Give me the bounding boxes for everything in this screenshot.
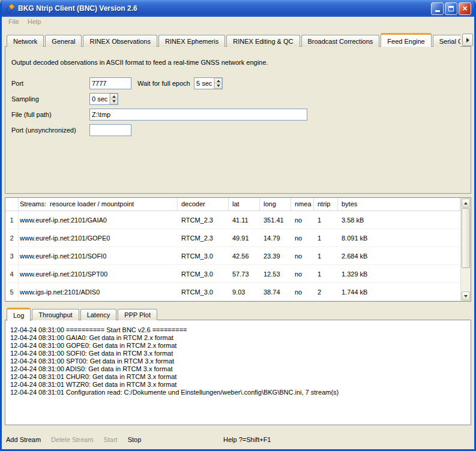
titlebar[interactable]: BKG Ntrip Client (BNC) Version 2.6 ✕ bbox=[0, 0, 476, 17]
stream-nmea-cell: no bbox=[291, 247, 314, 264]
stream-decoder-cell: RTCM_2.3 bbox=[178, 229, 229, 246]
up-arrow-icon bbox=[112, 95, 116, 98]
column-header-bytes[interactable]: bytes bbox=[338, 198, 460, 211]
bottom-tab[interactable]: Latency bbox=[80, 309, 117, 320]
log-line: 12-04-24 08:31:00 GOPE0: Get data in RTC… bbox=[10, 342, 467, 350]
toolbar-button: Delete Stream bbox=[51, 434, 93, 445]
file-path-label: File (full path) bbox=[11, 109, 52, 121]
stream-row[interactable]: 5 www.igs-ip.net:2101/ADIS0 RTCM_3.0 9.0… bbox=[5, 283, 460, 301]
stream-decoder-cell: RTCM_2.3 bbox=[178, 211, 229, 228]
stream-long-cell: 23.39 bbox=[260, 247, 291, 264]
stream-decoder-cell: RTCM_3.0 bbox=[178, 265, 229, 282]
wait-epoch-up-button[interactable] bbox=[214, 78, 222, 84]
stream-ntrip-cell: 1 bbox=[314, 265, 338, 282]
stream-nmea-cell: no bbox=[291, 283, 314, 300]
feed-engine-panel: Output decoded observations in ASCII for… bbox=[5, 46, 471, 194]
stream-bytes-cell: 2.684 kB bbox=[338, 247, 460, 264]
tab[interactable]: Serial Ou bbox=[433, 35, 460, 47]
maximize-button[interactable] bbox=[445, 2, 457, 15]
tab[interactable]: Feed Engine bbox=[381, 33, 431, 47]
up-arrow-icon bbox=[464, 202, 468, 205]
toolbar-button[interactable]: Add Stream bbox=[6, 434, 41, 445]
stream-decoder-cell: RTCM_3.0 bbox=[178, 283, 229, 300]
tab[interactable]: Network bbox=[7, 35, 44, 47]
tab-scroll-right-button[interactable] bbox=[462, 34, 473, 46]
column-header-long[interactable]: long bbox=[260, 198, 291, 211]
menu-item[interactable]: File bbox=[4, 16, 23, 27]
minimize-button[interactable] bbox=[431, 2, 444, 15]
scrollbar-thumb[interactable] bbox=[462, 208, 470, 268]
bnc-window: BKG Ntrip Client (BNC) Version 2.6 ✕ Fil… bbox=[0, 0, 476, 451]
spin-buttons bbox=[214, 78, 222, 89]
stream-row[interactable]: 4 www.euref-ip.net:2101/SPT00 RTCM_3.0 5… bbox=[5, 265, 460, 283]
stream-bytes-cell: 8.091 kB bbox=[338, 229, 460, 246]
row-number: 3 bbox=[5, 247, 19, 264]
log-line: 12-04-24 08:31:00 SOFI0: Get data in RTC… bbox=[10, 350, 467, 357]
stream-source-cell: www.euref-ip.net:2101/GAIA0 bbox=[19, 211, 178, 228]
tab[interactable]: General bbox=[45, 35, 82, 47]
log-panel: 12-04-24 08:31:00 ========== Start BNC v… bbox=[5, 320, 471, 425]
wait-epoch-down-button[interactable] bbox=[214, 84, 222, 89]
scroll-up-button[interactable] bbox=[462, 199, 470, 208]
streams-table-inner: Streams: resource loader / mountpoint de… bbox=[5, 198, 460, 301]
table-scrollbar[interactable] bbox=[460, 198, 471, 301]
main-tabbar: NetworkGeneralRINEX ObservationsRINEX Ep… bbox=[7, 32, 460, 47]
tab[interactable]: RINEX Ephemeris bbox=[158, 35, 225, 47]
tab[interactable]: Broadcast Corrections bbox=[301, 35, 380, 47]
stream-ntrip-cell: 1 bbox=[314, 247, 338, 264]
stream-long-cell: 14.79 bbox=[260, 229, 291, 246]
stream-ntrip-cell: 2 bbox=[314, 283, 338, 300]
bottom-tab[interactable]: Log bbox=[7, 308, 31, 321]
log-line: 12-04-24 08:31:00 ADIS0: Get data in RTC… bbox=[10, 365, 467, 373]
sampling-down-button[interactable] bbox=[110, 100, 118, 105]
up-arrow-icon bbox=[217, 80, 220, 82]
wait-epoch-label: Wait for full epoch bbox=[137, 77, 190, 89]
stream-lat-cell: 49.91 bbox=[229, 229, 260, 246]
bottom-tab[interactable]: PPP Plot bbox=[118, 309, 157, 320]
log-line: 12-04-24 08:31:00 SPT00: Get data in RTC… bbox=[10, 357, 467, 365]
log-line: 12-04-24 08:31:01 CHUR0: Get data in RTC… bbox=[10, 373, 467, 381]
scroll-down-button[interactable] bbox=[462, 291, 470, 300]
tab[interactable]: RINEX Observations bbox=[83, 35, 157, 47]
toolbar-button[interactable]: Stop bbox=[128, 434, 142, 445]
stream-row[interactable]: 3 www.euref-ip.net:2101/SOFI0 RTCM_3.0 4… bbox=[5, 247, 460, 265]
stream-row[interactable]: 1 www.euref-ip.net:2101/GAIA0 RTCM_2.3 4… bbox=[5, 211, 460, 229]
port-unsync-label: Port (unsynchronized) bbox=[11, 124, 76, 136]
port-input[interactable] bbox=[89, 77, 131, 89]
column-header-lat[interactable]: lat bbox=[229, 198, 260, 211]
tab[interactable]: RINEX Editing & QC bbox=[226, 35, 300, 47]
menubar: FileHelp bbox=[2, 15, 474, 28]
stream-source-cell: www.euref-ip.net:2101/SOFI0 bbox=[19, 247, 178, 264]
log-line: 12-04-24 08:31:00 GAIA0: Get data in RTC… bbox=[10, 334, 467, 342]
column-header-nmea[interactable]: nmea bbox=[291, 198, 314, 211]
port-unsync-input[interactable] bbox=[89, 124, 131, 136]
stream-nmea-cell: no bbox=[291, 265, 314, 282]
spin-buttons bbox=[109, 94, 118, 104]
streams-table: Streams: resource loader / mountpoint de… bbox=[5, 197, 471, 302]
column-header-decoder[interactable]: decoder bbox=[178, 198, 229, 211]
help-shortcut-label: Help ?=Shift+F1 bbox=[223, 434, 271, 445]
column-header-ntrip[interactable]: ntrip bbox=[314, 198, 338, 211]
app-icon bbox=[5, 4, 15, 13]
stream-source-cell: www.euref-ip.net:2101/SPT00 bbox=[19, 265, 178, 282]
stream-lat-cell: 9.03 bbox=[229, 283, 260, 300]
stream-row[interactable]: 2 www.euref-ip.net:2101/GOPE0 RTCM_2.3 4… bbox=[5, 229, 460, 247]
close-button[interactable]: ✕ bbox=[459, 2, 471, 15]
stream-lat-cell: 41.11 bbox=[229, 211, 260, 228]
bottom-tabbar: LogThroughputLatencyPPP Plot bbox=[7, 306, 158, 320]
file-path-input[interactable] bbox=[89, 109, 307, 121]
maximize-icon bbox=[448, 6, 454, 11]
menu-item[interactable]: Help bbox=[23, 16, 46, 27]
sampling-label: Sampling bbox=[11, 93, 39, 105]
sampling-up-button[interactable] bbox=[110, 94, 118, 100]
stream-decoder-cell: RTCM_3.0 bbox=[178, 247, 229, 264]
column-header-source[interactable]: Streams: resource loader / mountpoint bbox=[19, 198, 178, 211]
row-number: 1 bbox=[5, 211, 19, 228]
sampling-value[interactable]: 0 sec bbox=[90, 94, 109, 104]
stream-ntrip-cell: 1 bbox=[314, 229, 338, 246]
wait-epoch-value[interactable]: 5 sec bbox=[194, 78, 214, 89]
log-line: 12-04-24 08:31:00 ========== Start BNC v… bbox=[10, 326, 467, 334]
wait-epoch-spinbox: 5 sec bbox=[194, 77, 223, 89]
bottom-tab[interactable]: Throughput bbox=[32, 309, 79, 320]
row-number: 4 bbox=[5, 265, 19, 282]
